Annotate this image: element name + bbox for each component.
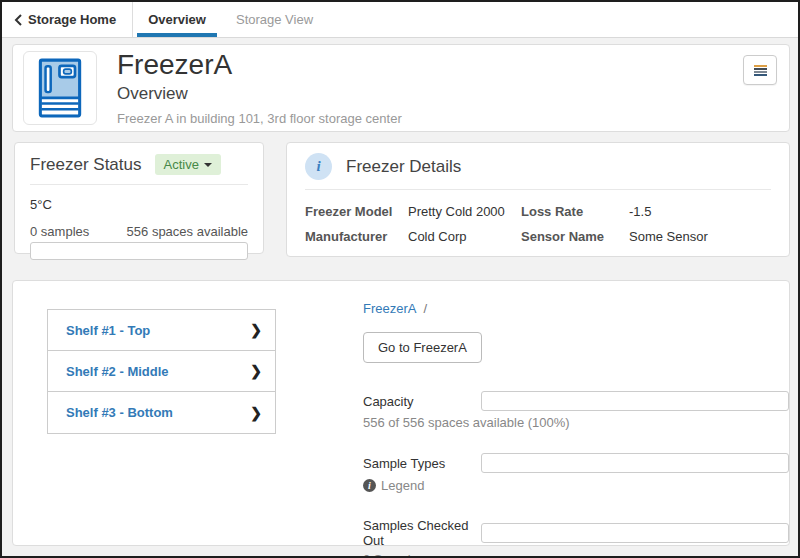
status-dropdown[interactable]: Active bbox=[155, 154, 221, 175]
storage-summary-column: FreezerA / Go to FreezerA Capacity 556 o… bbox=[363, 301, 789, 558]
app-window: Storage Home Overview Storage View Freez… bbox=[0, 0, 800, 558]
breadcrumb-separator: / bbox=[423, 301, 427, 316]
detail-value: Some Sensor bbox=[629, 229, 771, 244]
chevron-right-icon: ❯ bbox=[250, 405, 262, 421]
status-dropdown-label: Active bbox=[164, 157, 199, 172]
sample-types-bar bbox=[481, 453, 789, 473]
capacity-label: Capacity bbox=[363, 394, 481, 409]
hamburger-menu-button[interactable] bbox=[743, 55, 777, 85]
samples-checked-out-summary: 0 Samples bbox=[363, 552, 789, 558]
divider bbox=[30, 184, 248, 185]
detail-label: Sensor Name bbox=[521, 229, 621, 244]
details-panel-title: Freezer Details bbox=[346, 157, 461, 177]
status-panel-title: Freezer Status bbox=[30, 155, 142, 175]
shelf-row-3[interactable]: Shelf #3 - Bottom ❯ bbox=[48, 392, 275, 433]
info-icon: i bbox=[305, 153, 332, 180]
chevron-left-icon bbox=[14, 14, 22, 26]
hamburger-icon bbox=[754, 64, 767, 77]
shelf-link[interactable]: Shelf #3 - Bottom bbox=[66, 405, 173, 420]
detail-value: Cold Corp bbox=[408, 229, 513, 244]
back-link-storage-home[interactable]: Storage Home bbox=[2, 2, 133, 37]
samples-checked-out-bar bbox=[481, 523, 789, 543]
caret-down-icon bbox=[204, 163, 212, 167]
top-navigation-bar: Storage Home Overview Storage View bbox=[2, 2, 798, 38]
shelf-row-2[interactable]: Shelf #2 - Middle ❯ bbox=[48, 351, 275, 392]
storage-browser-panel: Shelf #1 - Top ❯ Shelf #2 - Middle ❯ She… bbox=[12, 280, 790, 546]
chevron-right-icon: ❯ bbox=[250, 322, 262, 338]
page-subtitle: Overview bbox=[117, 84, 402, 104]
tab-overview-label: Overview bbox=[148, 12, 206, 27]
temperature-value: 5°C bbox=[30, 197, 248, 212]
detail-label: Loss Rate bbox=[521, 204, 621, 219]
samples-count-label: 0 samples bbox=[30, 224, 89, 239]
tab-overview[interactable]: Overview bbox=[133, 2, 221, 37]
legend-label: Legend bbox=[381, 478, 424, 493]
legend-info-icon: i bbox=[363, 479, 376, 492]
legend-toggle[interactable]: i Legend bbox=[363, 478, 789, 493]
sample-types-label: Sample Types bbox=[363, 456, 481, 471]
shelf-row-1[interactable]: Shelf #1 - Top ❯ bbox=[48, 310, 275, 351]
tab-storage-view[interactable]: Storage View bbox=[221, 2, 328, 37]
shelf-link[interactable]: Shelf #2 - Middle bbox=[66, 364, 169, 379]
freezer-status-panel: Freezer Status Active 5°C 0 samples 556 … bbox=[14, 142, 264, 254]
status-capacity-bar bbox=[30, 242, 248, 260]
detail-value: -1.5 bbox=[629, 204, 771, 219]
capacity-bar bbox=[481, 391, 789, 411]
page-title: FreezerA bbox=[117, 50, 402, 81]
detail-value: Pretty Cold 2000 bbox=[408, 204, 513, 219]
breadcrumb-link-freezera[interactable]: FreezerA bbox=[363, 301, 416, 316]
spaces-available-label: 556 spaces available bbox=[127, 224, 248, 239]
freezer-details-panel: i Freezer Details Freezer Model Pretty C… bbox=[286, 142, 790, 257]
detail-label: Freezer Model bbox=[305, 204, 400, 219]
details-grid: Freezer Model Pretty Cold 2000 Loss Rate… bbox=[305, 204, 771, 244]
shelf-link[interactable]: Shelf #1 - Top bbox=[66, 323, 150, 338]
freezer-header-card: FreezerA Overview Freezer A in building … bbox=[12, 44, 790, 132]
shelf-list: Shelf #1 - Top ❯ Shelf #2 - Middle ❯ She… bbox=[47, 309, 276, 434]
samples-checked-out-label: Samples Checked Out bbox=[363, 518, 481, 548]
freezer-icon bbox=[23, 51, 97, 125]
freezer-icon-graphic bbox=[35, 57, 85, 119]
freezer-description: Freezer A in building 101, 3rd floor sto… bbox=[117, 111, 402, 126]
detail-label: Manufacturer bbox=[305, 229, 400, 244]
capacity-summary: 556 of 556 spaces available (100%) bbox=[363, 415, 789, 430]
breadcrumb: FreezerA / bbox=[363, 301, 789, 316]
chevron-right-icon: ❯ bbox=[250, 363, 262, 379]
divider bbox=[305, 189, 771, 190]
back-link-label: Storage Home bbox=[28, 12, 116, 27]
tab-storage-view-label: Storage View bbox=[236, 12, 313, 27]
goto-freezera-button[interactable]: Go to FreezerA bbox=[363, 332, 482, 363]
